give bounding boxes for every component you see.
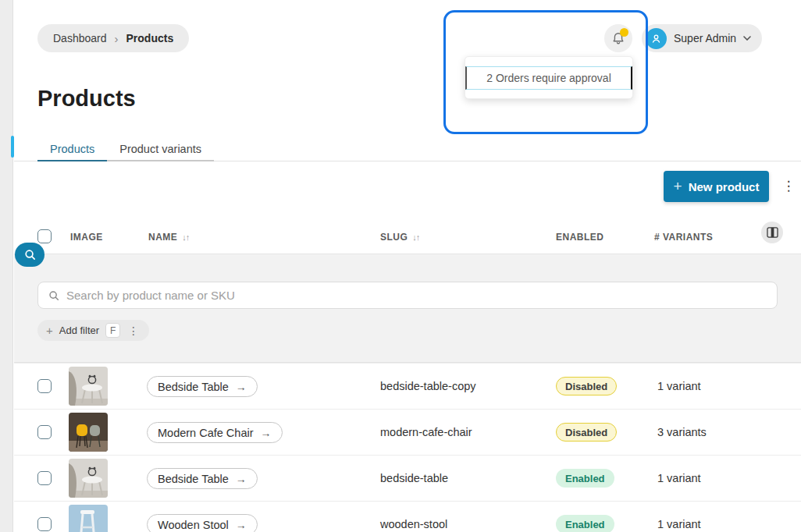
breadcrumb-dashboard[interactable]: Dashboard xyxy=(53,32,107,44)
add-filter-button[interactable]: + Add filter F ⋮ xyxy=(37,320,149,341)
notification-item[interactable]: 2 Orders require approval xyxy=(465,66,632,90)
bell-icon xyxy=(611,30,626,46)
arrow-right-icon: → xyxy=(236,381,247,393)
header-enabled: ENABLED xyxy=(556,221,603,254)
column-picker-button[interactable] xyxy=(761,222,783,243)
notification-dot xyxy=(620,28,628,37)
product-name-button[interactable]: Bedside Table → xyxy=(147,468,258,489)
row-checkbox[interactable] xyxy=(37,471,52,485)
header-variants: # VARIANTS xyxy=(654,221,713,254)
table-header: IMAGE NAME ↓↑ SLUG ↓↑ ENABLED # VARIANTS xyxy=(14,221,801,254)
product-table-body: Bedside Table → bedside-table-copy Disab… xyxy=(14,363,801,532)
chevron-down-icon xyxy=(743,36,751,41)
product-name-label: Modern Cafe Chair xyxy=(158,427,254,439)
notifications-button[interactable] xyxy=(604,24,632,52)
product-slug: wooden-stool xyxy=(380,518,447,530)
product-name-label: Wooden Stool xyxy=(158,519,229,531)
page-title: Products xyxy=(37,86,136,112)
new-product-button[interactable]: + New product xyxy=(664,171,769,202)
notifications-dropdown: 2 Orders require approval xyxy=(465,56,633,99)
plus-icon: + xyxy=(46,324,53,337)
tab-products[interactable]: Products xyxy=(37,137,107,161)
active-section-indicator xyxy=(11,136,14,158)
variant-count: 1 variant xyxy=(657,380,701,392)
columns-icon xyxy=(767,227,778,238)
product-name-label: Bedside Table xyxy=(158,381,229,393)
status-badge: Enabled xyxy=(556,515,614,532)
search-icon xyxy=(48,289,60,302)
product-slug: bedside-table xyxy=(380,472,448,484)
tab-product-variants[interactable]: Product variants xyxy=(107,137,214,161)
avatar xyxy=(646,28,667,49)
row-checkbox[interactable] xyxy=(37,517,52,531)
keyboard-shortcut-badge: F xyxy=(105,323,120,338)
sort-icon: ↓↑ xyxy=(412,232,419,242)
product-image xyxy=(69,505,108,532)
status-badge: Enabled xyxy=(556,469,614,488)
status-badge: Disabled xyxy=(556,423,617,442)
table-row: Wooden Stool → wooden-stool Enabled 1 va… xyxy=(14,502,801,532)
new-product-label: New product xyxy=(689,180,760,193)
row-checkbox[interactable] xyxy=(37,425,52,439)
search-fab-button[interactable] xyxy=(15,243,44,267)
chevron-right-icon: › xyxy=(115,32,119,45)
status-badge: Disabled xyxy=(556,377,617,395)
plus-icon: + xyxy=(674,178,682,195)
product-name-label: Bedside Table xyxy=(158,473,229,485)
sort-icon: ↓↑ xyxy=(182,232,189,242)
header-slug-label: SLUG xyxy=(380,232,408,243)
arrow-right-icon: → xyxy=(236,473,247,485)
product-slug: bedside-table-copy xyxy=(380,380,476,392)
user-name: Super Admin xyxy=(674,32,736,44)
variant-count: 3 variants xyxy=(657,426,707,438)
table-row: Bedside Table → bedside-table-copy Disab… xyxy=(14,364,801,410)
product-image xyxy=(69,367,108,406)
variant-count: 1 variant xyxy=(657,472,701,484)
more-actions-button[interactable]: ⋮ xyxy=(778,176,799,197)
search-input[interactable] xyxy=(66,289,767,302)
product-name-button[interactable]: Modern Cafe Chair → xyxy=(147,422,283,443)
variant-count: 1 variant xyxy=(657,518,701,530)
header-image: IMAGE xyxy=(70,221,103,254)
table-row: Bedside Table → bedside-table Enabled 1 … xyxy=(14,456,801,502)
product-slug: modern-cafe-chair xyxy=(380,426,472,438)
breadcrumb: Dashboard › Products xyxy=(37,24,189,52)
arrow-right-icon: → xyxy=(236,519,247,531)
search-box xyxy=(37,282,778,309)
product-name-button[interactable]: Wooden Stool → xyxy=(147,514,258,532)
filter-options-button[interactable]: ⋮ xyxy=(126,325,141,337)
row-checkbox[interactable] xyxy=(37,379,52,393)
header-slug[interactable]: SLUG ↓↑ xyxy=(380,221,419,254)
breadcrumb-products: Products xyxy=(126,32,174,44)
add-filter-label: Add filter xyxy=(59,325,99,336)
filter-panel: + Add filter F ⋮ xyxy=(14,254,801,363)
product-image xyxy=(69,459,108,498)
table-row: Modern Cafe Chair → modern-cafe-chair Di… xyxy=(14,410,801,456)
header-name[interactable]: NAME ↓↑ xyxy=(148,221,189,254)
product-name-button[interactable]: Bedside Table → xyxy=(147,376,258,397)
tab-bar: Products Product variants xyxy=(14,137,801,161)
arrow-right-icon: → xyxy=(261,427,272,439)
left-sidebar-rail xyxy=(0,0,13,532)
search-icon xyxy=(23,248,37,261)
product-image xyxy=(69,413,108,452)
select-all-checkbox[interactable] xyxy=(37,229,52,243)
header-name-label: NAME xyxy=(148,232,177,243)
user-menu[interactable]: Super Admin xyxy=(642,24,762,52)
